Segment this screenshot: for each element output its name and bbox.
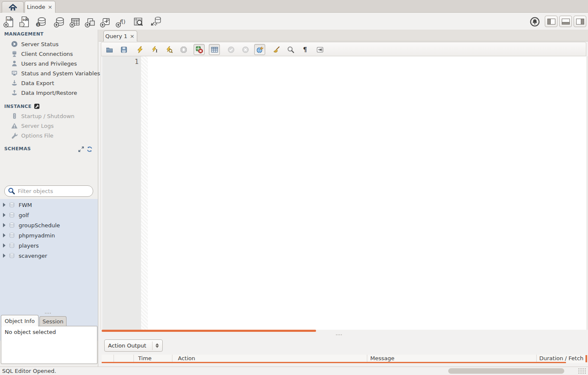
open-sql-file-button[interactable] [18, 15, 31, 28]
left-panel-icon [547, 19, 555, 25]
toggle-right-sidebar-button[interactable] [574, 16, 586, 27]
output-vertical-scrollbar[interactable] [585, 355, 587, 362]
refresh-schemas-icon[interactable] [86, 146, 93, 152]
status-message: SQL Editor Opened. [2, 368, 56, 374]
home-tab[interactable] [2, 1, 24, 13]
commit-button[interactable] [225, 44, 236, 55]
rollback-button[interactable] [240, 44, 251, 55]
notifications-button[interactable] [528, 15, 541, 28]
server-box-icon [11, 113, 18, 119]
find-in-script-button[interactable] [285, 44, 296, 55]
new-query-tab-button[interactable] [3, 15, 15, 28]
sidebar-item-status-system-variables[interactable]: Status and System Variables [11, 69, 96, 78]
management-section-header: MANAGEMENT [4, 31, 44, 37]
save-script-button[interactable] [118, 44, 129, 55]
expander-icon[interactable] [3, 254, 6, 258]
editor-output-splitter[interactable] [99, 332, 588, 338]
expander-icon[interactable] [3, 213, 6, 217]
schema-icon [8, 212, 15, 218]
create-table-button[interactable] [69, 15, 81, 28]
mysql-workbench-window: Linode × i MANAGEMENT Server Status [0, 0, 588, 375]
tab-object-info[interactable]: Object Info [1, 315, 39, 326]
column-header-time[interactable]: Time [138, 355, 152, 361]
toggle-word-wrap-button[interactable] [314, 44, 325, 55]
users-icon [11, 60, 18, 67]
output-header-accent-line [102, 362, 566, 363]
schema-row-fwm[interactable]: FWM [0, 200, 98, 210]
limit-result-rows-button[interactable] [209, 44, 220, 55]
warning-triangle-icon [11, 122, 18, 129]
window-resize-grip[interactable] [578, 368, 586, 375]
sidebar: MANAGEMENT Server Status Client Connecti… [0, 30, 98, 367]
schema-inspector-button[interactable]: i [35, 15, 47, 28]
sidebar-item-options-file[interactable]: Options File [11, 131, 96, 140]
sql-editor-toolbar: ¶ [101, 42, 586, 56]
sql-editor[interactable]: 1 [101, 56, 587, 330]
right-panel-icon [576, 19, 584, 25]
tab-session[interactable]: Session [39, 316, 67, 326]
toggle-invisible-characters-button[interactable]: ¶ [300, 44, 311, 55]
instance-wrench-badge-icon [34, 103, 40, 109]
reconnect-dbms-button[interactable] [149, 15, 162, 28]
column-header-duration-fetch[interactable]: Duration / Fetch [539, 355, 587, 361]
data-import-icon [11, 89, 18, 96]
pilcrow-icon: ¶ [303, 46, 307, 53]
wrench-icon [11, 132, 18, 139]
column-header-action[interactable]: Action [178, 355, 195, 361]
sidebar-item-data-export[interactable]: Data Export [11, 78, 96, 88]
sidebar-item-server-logs[interactable]: Server Logs [11, 121, 96, 130]
execute-current-statement-button[interactable] [149, 44, 160, 55]
expand-schemas-icon[interactable] [78, 146, 84, 152]
create-procedure-button[interactable] [99, 15, 112, 28]
create-function-button[interactable] [115, 15, 128, 28]
document-tabbar: Linode × [0, 0, 588, 13]
splitter-handle[interactable] [336, 334, 342, 335]
schema-icon [8, 201, 15, 208]
query-tab-close-icon[interactable]: × [129, 33, 136, 39]
explain-query-button[interactable] [164, 44, 175, 55]
create-view-button[interactable] [84, 15, 97, 28]
query-tab-1[interactable]: Query 1 × [103, 30, 137, 41]
connection-tab-linode[interactable]: Linode × [25, 1, 55, 13]
beautify-script-button[interactable] [271, 44, 282, 55]
column-header-message[interactable]: Message [370, 355, 394, 361]
execute-button[interactable] [134, 44, 145, 55]
notifications-bell-icon [530, 17, 540, 27]
schema-icon [8, 222, 15, 229]
expander-icon[interactable] [3, 243, 6, 248]
toggle-stop-on-error-button[interactable] [194, 44, 205, 55]
sidebar-item-server-status[interactable]: Server Status [11, 39, 96, 49]
home-icon [8, 3, 17, 12]
toggle-autocommit-button[interactable] [254, 44, 265, 55]
open-script-button[interactable] [104, 44, 115, 55]
sidebar-item-data-import-restore[interactable]: Data Import/Restore [11, 88, 96, 97]
toggle-left-sidebar-button[interactable] [545, 16, 557, 27]
schema-row-groupschedule[interactable]: groupSchedule [0, 220, 98, 230]
schema-row-phpmyadmin[interactable]: phpmyadmin [0, 230, 98, 240]
create-schema-button[interactable] [53, 15, 66, 28]
output-horizontal-scrollbar-thumb[interactable] [448, 368, 564, 374]
system-variables-icon [11, 70, 18, 77]
sidebar-item-client-connections[interactable]: Client Connections [11, 49, 96, 58]
expander-icon[interactable] [3, 233, 6, 237]
expander-icon[interactable] [3, 223, 6, 227]
schema-icon [8, 242, 15, 249]
connection-tab-close-icon[interactable]: × [47, 4, 53, 10]
schema-icon [8, 232, 15, 239]
schema-filter-input[interactable] [18, 188, 90, 194]
toggle-bottom-panel-button[interactable] [559, 16, 572, 27]
sidebar-item-startup-shutdown[interactable]: Startup / Shutdown [11, 111, 96, 121]
schema-row-scavenger[interactable]: scavenger [0, 251, 98, 261]
output-view-selector[interactable]: Action Output [104, 339, 163, 352]
schema-row-players[interactable]: players [0, 240, 98, 251]
schema-row-golf[interactable]: golf [0, 210, 98, 220]
sidebar-splitter-handle[interactable] [45, 313, 51, 314]
stop-execution-button[interactable] [178, 44, 189, 55]
sidebar-item-users-privileges[interactable]: Users and Privileges [11, 59, 96, 68]
bottom-panel-icon [562, 19, 570, 25]
search-icon [8, 188, 15, 195]
search-table-data-button[interactable] [132, 15, 144, 28]
expander-icon[interactable] [3, 203, 6, 207]
selector-spinner-icon [152, 342, 159, 350]
query-tab-label: Query 1 [105, 33, 128, 39]
